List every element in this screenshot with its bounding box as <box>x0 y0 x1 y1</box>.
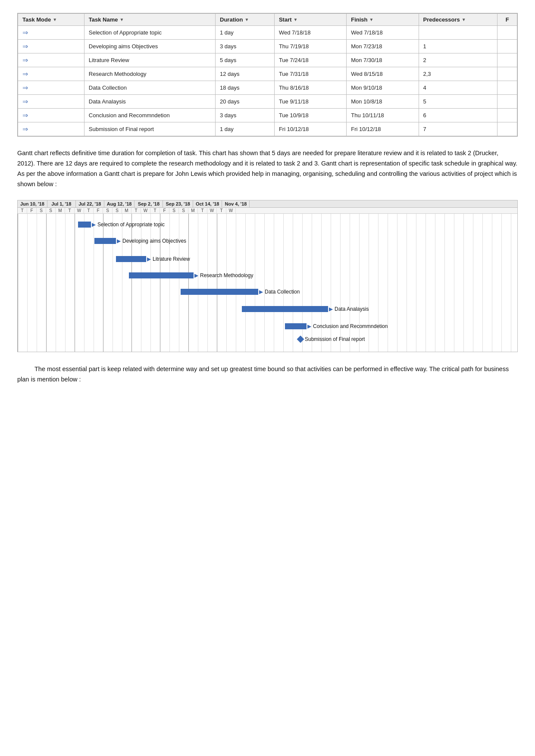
col-finish-sort-icon: ▼ <box>369 17 374 22</box>
gantt-task-label: Developing aims Objectives <box>122 238 186 244</box>
gantt-subheader-cell: T <box>217 208 226 213</box>
gantt-group-line <box>217 214 217 352</box>
gantt-vline <box>340 214 341 352</box>
cell-extra-7 <box>497 122 517 136</box>
gantt-vline <box>113 214 113 352</box>
cell-start-6: Tue 10/9/18 <box>274 109 346 122</box>
cell-extra-3 <box>497 67 517 81</box>
gantt-vline <box>501 214 502 352</box>
cell-extra-1 <box>497 40 517 53</box>
gantt-vline <box>245 214 246 352</box>
cell-pred-0 <box>419 26 497 40</box>
gantt-bar-arrow-icon: ▶ <box>329 306 333 312</box>
cell-extra-0 <box>497 26 517 40</box>
table-row: ⇒ Data Collection 18 days Thu 8/16/18 Mo… <box>18 81 517 95</box>
gantt-vline <box>321 214 322 352</box>
cell-duration-4: 18 days <box>216 81 275 95</box>
gantt-task-label: Data Analaysis <box>335 306 369 312</box>
cell-duration-7: 1 day <box>216 122 275 136</box>
task-mode-icon-4: ⇒ <box>22 84 28 91</box>
cell-mode-4: ⇒ <box>18 81 84 95</box>
gantt-task-label: Selection of Appropriate topic <box>97 222 165 228</box>
cell-mode-6: ⇒ <box>18 109 84 122</box>
gantt-subheader-cell: M <box>188 208 198 213</box>
gantt-header-group: Sep 2, '18 <box>135 200 163 207</box>
cell-mode-7: ⇒ <box>18 122 84 136</box>
task-mode-icon-6: ⇒ <box>22 112 28 119</box>
gantt-header-group: Oct 14, '18 <box>193 200 222 207</box>
gantt-vline <box>198 214 198 352</box>
cell-pred-7: 7 <box>419 122 497 136</box>
gantt-subheader-cell: M <box>122 208 131 213</box>
gantt-task-label: Research Methodology <box>200 272 253 278</box>
cell-start-3: Tue 7/31/18 <box>274 67 346 81</box>
gantt-group-line <box>18 214 18 352</box>
gantt-bar <box>129 272 194 278</box>
gantt-vline <box>312 214 312 352</box>
gantt-vline <box>473 214 473 352</box>
table-row: ⇒ Submission of Final report 1 day Fri 1… <box>18 122 517 136</box>
gantt-task-row: ▶Selection of Appropriate topic <box>78 222 165 228</box>
col-header-name[interactable]: Task Name ▼ <box>84 14 215 26</box>
col-header-pred[interactable]: Predecessors ▼ <box>419 14 497 26</box>
gantt-bar-arrow-icon: ▶ <box>194 272 198 278</box>
gantt-subheader-cell: T <box>84 208 94 213</box>
gantt-vline <box>283 214 284 352</box>
cell-extra-4 <box>497 81 517 95</box>
gantt-vline <box>131 214 132 352</box>
gantt-subheader-cell: T <box>65 208 75 213</box>
gantt-vline <box>416 214 416 352</box>
gantt-vline <box>454 214 454 352</box>
col-finish-label: Finish <box>351 16 367 23</box>
gantt-vline <box>397 214 397 352</box>
gantt-task-row: ▶Developing aims Objectives <box>94 238 186 244</box>
gantt-bar-arrow-icon: ▶ <box>117 238 121 244</box>
gantt-vline <box>302 214 303 352</box>
cell-name-1: Developing aims Objectives <box>84 40 215 53</box>
gantt-vline <box>141 214 141 352</box>
gantt-vline <box>492 214 492 352</box>
gantt-bar-arrow-icon: ▶ <box>92 222 96 228</box>
cell-finish-4: Mon 9/10/18 <box>347 81 419 95</box>
gantt-vline <box>350 214 350 352</box>
task-table-wrapper: Task Mode ▼ Task Name ▼ Duration ▼ <box>17 13 518 137</box>
gantt-subheader-cell: F <box>27 208 37 213</box>
table-row: ⇒ Conclusion and Recommndetion 3 days Tu… <box>18 109 517 122</box>
col-name-sort-icon: ▼ <box>120 17 124 22</box>
gantt-subheader-cell: T <box>18 208 27 213</box>
table-row: ⇒ Data Analaysis 20 days Tue 9/11/18 Mon… <box>18 95 517 109</box>
col-mode-sort-icon: ▼ <box>53 17 57 22</box>
cell-extra-2 <box>497 53 517 67</box>
col-header-mode[interactable]: Task Mode ▼ <box>18 14 84 26</box>
main-paragraph: Gantt chart reflects definitive time dur… <box>17 148 518 190</box>
gantt-vline <box>46 214 47 352</box>
gantt-subheader-cell: S <box>37 208 46 213</box>
task-mode-icon-2: ⇒ <box>22 56 28 64</box>
gantt-header-group: Jun 10, '18 <box>18 200 47 207</box>
col-name-label: Task Name <box>89 16 118 23</box>
col-duration-sort-icon: ▼ <box>244 17 249 22</box>
gantt-group-line <box>75 214 75 352</box>
gantt-vline <box>264 214 265 352</box>
col-header-duration[interactable]: Duration ▼ <box>216 14 275 26</box>
task-table: Task Mode ▼ Task Name ▼ Duration ▼ <box>18 13 517 136</box>
gantt-task-row: ▶Conclusion and Recommndetion <box>285 323 388 329</box>
task-mode-icon-5: ⇒ <box>22 98 28 105</box>
gantt-vline <box>75 214 75 352</box>
gantt-subheader-cell: S <box>103 208 113 213</box>
cell-duration-3: 12 days <box>216 67 275 81</box>
gantt-vline <box>103 214 103 352</box>
gantt-subheader: TFSSMTWTFSSMTWTFSSMTWTW <box>18 208 517 214</box>
gantt-task-label: Data Collection <box>265 289 300 295</box>
gantt-bar-arrow-icon: ▶ <box>259 289 263 295</box>
cell-duration-0: 1 day <box>216 26 275 40</box>
gantt-vline <box>65 214 66 352</box>
gantt-header: Jun 10, '18Jul 1, '18Jul 22, '18Aug 12, … <box>18 200 517 208</box>
gantt-subheader-cell: S <box>179 208 188 213</box>
col-header-finish[interactable]: Finish ▼ <box>347 14 419 26</box>
table-row: ⇒ Litrature Review 5 days Tue 7/24/18 Mo… <box>18 53 517 67</box>
col-header-start[interactable]: Start ▼ <box>274 14 346 26</box>
cell-name-6: Conclusion and Recommndetion <box>84 109 215 122</box>
gantt-vline <box>217 214 217 352</box>
gantt-bar-arrow-icon: ▶ <box>307 323 311 329</box>
